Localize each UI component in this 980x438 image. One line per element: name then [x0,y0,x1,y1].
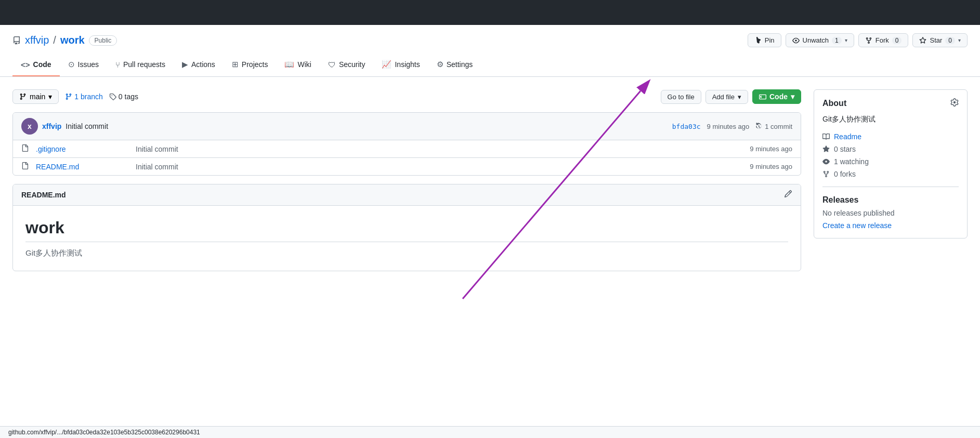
releases-section: Releases No releases published Create a … [822,195,959,230]
code-button[interactable]: Code ▾ [752,89,801,104]
tab-projects[interactable]: ⊞ Projects [224,54,277,76]
readme-body: work Git多人协作测试 [13,206,801,271]
about-title: About [822,99,846,108]
fork-button[interactable]: Fork 0 [858,33,909,47]
about-stars-stat: 0 stars [822,145,959,153]
file-row: README.md Initial commit 9 minutes ago [13,158,801,175]
branch-caret: ▾ [48,92,52,101]
unwatch-count: 1 [832,37,842,44]
tab-security-label: Security [339,60,365,69]
commit-hash-link[interactable]: bfda03c [672,123,701,130]
commit-count-text: 1 commit [765,123,792,130]
file-commit-msg-gitignore: Initial commit [136,145,743,153]
tab-issues[interactable]: ⊙ Issues [60,54,107,76]
releases-empty: No releases published [822,209,959,217]
book-icon [822,133,830,140]
wiki-icon: 📖 [284,60,294,69]
repo-nav: <> Code ⊙ Issues ⑂ Pull requests ▶ Actio… [12,54,968,76]
about-readme-stat: Readme [822,132,959,141]
readme-link[interactable]: Readme [834,132,861,141]
tab-code[interactable]: <> Code [12,54,60,76]
file-icon-gitignore [21,144,30,153]
insights-icon: 📈 [382,60,391,69]
fork-label: Fork [876,36,889,44]
commit-meta: bfda03c 9 minutes ago 1 commit [672,123,792,130]
watching-count: 1 watching [834,157,869,166]
file-commit-msg-readme: Initial commit [136,163,743,171]
about-divider [822,187,959,187]
tab-wiki[interactable]: 📖 Wiki [276,54,319,76]
right-sidebar: About Git多人协作测试 Readme [814,89,968,271]
repo-title: xffvip / work Public [12,34,117,46]
code-btn-caret: ▾ [791,92,794,101]
branch-bar-left: main ▾ 1 branch 0 tags [12,89,138,104]
security-icon: 🛡 [328,60,336,69]
tab-code-label: Code [33,60,51,69]
readme-header: README.md [13,184,801,206]
tab-actions[interactable]: ▶ Actions [174,54,224,76]
issues-icon: ⊙ [68,60,75,69]
commit-time: 9 minutes ago [707,123,750,130]
commit-author-link[interactable]: xffvip [42,122,61,130]
tab-settings[interactable]: ⚙ Settings [428,54,481,76]
tab-actions-label: Actions [191,60,215,69]
branch-count-link[interactable]: 1 branch [65,92,102,101]
settings-icon: ⚙ [437,60,443,69]
main-content: main ▾ 1 branch 0 tags Go to file [0,77,980,284]
tab-security[interactable]: 🛡 Security [320,54,374,76]
actions-icon: ▶ [182,60,188,69]
tag-count-text: 0 tags [119,92,138,101]
watching-icon [822,158,830,165]
about-stats: Readme 0 stars 1 watching [822,132,959,178]
go-to-file-button[interactable]: Go to file [661,90,701,104]
forks-count: 0 forks [834,170,856,178]
repo-name-link[interactable]: work [60,34,85,46]
tab-insights[interactable]: 📈 Insights [373,54,428,76]
fork-icon [865,37,872,44]
forks-icon [822,170,830,178]
star-label: Star [930,36,942,44]
visibility-badge: Public [89,35,117,46]
stars-count: 0 stars [834,145,856,153]
commit-count-link[interactable]: 1 commit [755,123,792,130]
pin-label: Pin [765,36,775,44]
avatar: x [21,118,38,135]
unwatch-button[interactable]: Unwatch 1 ▾ [786,33,854,47]
tab-wiki-label: Wiki [297,60,311,69]
add-file-button[interactable]: Add file ▾ [705,90,748,104]
repo-title-row: xffvip / work Public Pin Unwatch 1 ▾ [12,33,968,47]
tab-insights-label: Insights [395,60,420,69]
repo-owner-link[interactable]: xffvip [25,34,49,46]
about-section: About Git多人协作测试 Readme [814,89,968,238]
edit-readme-button[interactable] [784,190,792,200]
tab-pull-requests[interactable]: ⑂ Pull requests [107,54,174,76]
branch-count-text: 1 branch [74,92,102,101]
unwatch-label: Unwatch [803,36,829,44]
star-icon [919,37,926,44]
file-name-gitignore[interactable]: .gitignore [36,145,129,153]
repo-separator: / [53,34,56,46]
code-btn-icon [759,93,766,100]
pin-button[interactable]: Pin [748,33,781,47]
about-settings-button[interactable] [950,98,959,109]
file-name-readme[interactable]: README.md [36,163,129,171]
star-button[interactable]: Star 0 ▾ [912,33,968,47]
branch-count-icon [65,93,72,100]
pin-icon [754,37,762,44]
file-time-gitignore: 9 minutes ago [750,145,792,153]
tab-pr-label: Pull requests [123,60,165,69]
top-nav-bar [0,0,980,25]
stars-icon [822,145,830,153]
branch-icon [19,93,27,100]
branch-selector[interactable]: main ▾ [12,89,59,104]
tag-count-link[interactable]: 0 tags [109,92,138,101]
commit-header: x xffvip Initial commit bfda03c 9 minute… [13,113,801,140]
add-file-caret: ▾ [738,93,741,101]
file-icon-readme [21,162,30,171]
releases-title: Releases [822,195,959,205]
readme-title: README.md [21,191,66,199]
pr-icon: ⑂ [115,60,120,69]
unwatch-caret[interactable]: ▾ [845,37,847,43]
create-release-link[interactable]: Create a new release [822,221,892,230]
star-caret[interactable]: ▾ [958,37,961,43]
